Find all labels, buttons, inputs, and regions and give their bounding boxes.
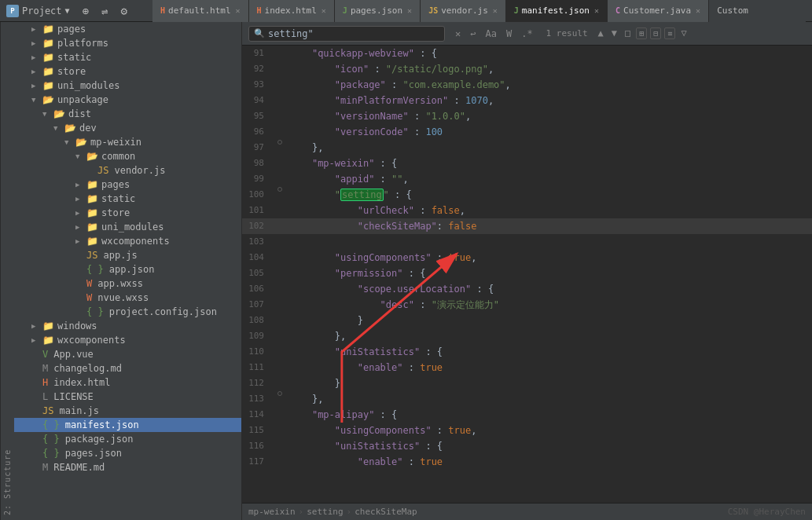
sidebar-item-app-vue[interactable]: V App.vue — [14, 347, 241, 361]
sidebar-item-store-sub[interactable]: ▶ 📁 store — [14, 206, 241, 220]
sidebar-item-license[interactable]: L LICENSE — [14, 390, 241, 404]
line-content-108: } — [286, 313, 812, 328]
line-content-112: } — [286, 375, 812, 391]
search-nav-btns: ▲ ▼ □ ⊞ ⊟ ≡ ▽ — [596, 27, 689, 39]
code-line-94: 94 "minPlatformVersion" : 1070, — [242, 93, 812, 108]
sidebar-item-project-config[interactable]: { } project.config.json — [14, 305, 241, 319]
close-search-btn[interactable]: ✕ — [453, 28, 463, 39]
code-line-106: 106 "scope.userLocation" : { — [242, 281, 812, 297]
sidebar-item-static[interactable]: ▶ 📁 static — [14, 50, 241, 64]
title-bar: P Project ▼ ⊕ ⇌ ⚙ H default.html ✕ H ind… — [0, 0, 812, 22]
sidebar-item-manifest-json[interactable]: { } manifest.json — [14, 418, 241, 432]
sidebar: ▶ 📁 pages ▶ 📁 platforms ▶ 📁 static ▶ 📁 s… — [14, 22, 242, 520]
tab-close-default-html[interactable]: ✕ — [236, 6, 241, 15]
code-line-103: 103 — [242, 234, 812, 250]
tab-close-customer-java[interactable]: ✕ — [696, 6, 700, 15]
code-line-102: 102 "checkSiteMap": false — [242, 218, 812, 234]
search-bar: 🔍 setting" ✕ ↩ Aa W .* 1 result ▲ ▼ □ ⊞ … — [242, 22, 812, 46]
sidebar-item-nvue-wxss[interactable]: W nvue.wxss — [14, 291, 241, 305]
sidebar-item-app-wxss[interactable]: W app.wxss — [14, 276, 241, 291]
line-number-91: 91 — [242, 46, 274, 61]
sidebar-label-app-json: app.json — [109, 264, 155, 275]
html-icon: H — [160, 6, 165, 15]
sidebar-item-package-json[interactable]: { } package.json — [14, 432, 241, 446]
code-line-114: 114 "mp-alipay" : { — [242, 407, 812, 423]
code-line-96: 96 "versionCode" : 100 — [242, 124, 812, 140]
sidebar-item-mp-weixin[interactable]: ▼ 📂 mp-weixin — [14, 135, 241, 149]
prev-result-btn[interactable]: ▲ — [596, 27, 606, 39]
sidebar-item-vendor-js[interactable]: JS vendor.js — [14, 163, 241, 178]
sidebar-item-windows[interactable]: ▶ 📁 windows — [14, 319, 241, 333]
line-number-96: 96 — [242, 124, 274, 140]
sidebar-item-unpackage[interactable]: ▼ 📂 unpackage — [14, 93, 241, 107]
tab-pages-json[interactable]: J pages.json ✕ — [335, 0, 421, 22]
folder-icon-uni-modules-sub: 📁 — [86, 222, 98, 233]
sidebar-item-main-js[interactable]: JS main.js — [14, 404, 241, 418]
sidebar-item-pages-sub[interactable]: ▶ 📁 pages — [14, 178, 241, 192]
sidebar-item-static-sub[interactable]: ▶ 📁 static — [14, 192, 241, 206]
line-number-94: 94 — [242, 93, 274, 108]
case-sensitive-btn[interactable]: Aa — [483, 28, 498, 39]
replace-toggle-btn[interactable]: ↩ — [468, 28, 478, 39]
sidebar-item-app-js[interactable]: JS app.js — [14, 248, 241, 262]
structure-tab[interactable]: 2: Structure — [0, 22, 14, 520]
sidebar-item-pages-json[interactable]: { } pages.json — [14, 446, 241, 460]
js-icon: JS — [428, 6, 438, 15]
tab-close-manifest-json[interactable]: ✕ — [594, 6, 599, 15]
tab-vendor-js[interactable]: JS vendor.js ✕ — [421, 0, 506, 22]
line-content-110: "uniStatistics" : { — [286, 344, 812, 360]
sidebar-item-platforms[interactable]: ▶ 📁 platforms — [14, 36, 241, 50]
sidebar-item-wxcomponents[interactable]: ▶ 📁 wxcomponents — [14, 234, 241, 248]
line-number-108: 108 — [242, 313, 274, 328]
line-content-92: "icon" : "/static/logo.png", — [286, 61, 812, 77]
sidebar-item-uni-modules[interactable]: ▶ 📁 uni_modules — [14, 79, 241, 93]
next-result-btn[interactable]: ▼ — [609, 27, 619, 39]
filter-btn-2[interactable]: ⊟ — [650, 27, 661, 39]
search-input-wrap[interactable]: 🔍 setting" — [248, 26, 445, 42]
tab-close-index-html[interactable]: ✕ — [321, 6, 326, 15]
code-editor[interactable]: 91 "quickapp-webview" : { 92 "icon" : "/… — [242, 46, 812, 503]
tab-custom[interactable]: Custom — [709, 0, 756, 22]
project-dropdown-icon[interactable]: ▼ — [65, 6, 70, 15]
tab-index-html[interactable]: H index.html ✕ — [249, 0, 335, 22]
tab-manifest-json[interactable]: J manifest.json ✕ — [506, 0, 608, 22]
search-actions: ✕ ↩ Aa W .* — [453, 28, 535, 39]
search-icon: 🔍 — [254, 28, 265, 38]
sidebar-item-readme[interactable]: M README.md — [14, 460, 241, 474]
sync-action-btn[interactable]: ⇌ — [98, 5, 111, 17]
filter-icon[interactable]: ▽ — [678, 27, 689, 39]
sidebar-item-wxcomponents-root[interactable]: ▶ 📁 wxcomponents — [14, 333, 241, 347]
expand-view-btn[interactable]: □ — [623, 27, 633, 39]
sidebar-item-store[interactable]: ▶ 📁 store — [14, 64, 241, 79]
tab-close-vendor-js[interactable]: ✕ — [493, 6, 498, 15]
sidebar-label-pages-json: pages.json — [65, 448, 122, 459]
add-action-btn[interactable]: ⊕ — [79, 5, 92, 17]
sidebar-item-common[interactable]: ▼ 📂 common — [14, 149, 241, 163]
filter-btn-3[interactable]: ≡ — [664, 27, 675, 39]
sidebar-item-uni-modules-sub[interactable]: ▶ 📁 uni_modules — [14, 220, 241, 234]
word-match-btn[interactable]: W — [504, 28, 514, 39]
json-icon-pages: { } — [42, 448, 60, 459]
sidebar-item-pages[interactable]: ▶ 📁 pages — [14, 22, 241, 36]
tab-default-html[interactable]: H default.html ✕ — [152, 0, 249, 22]
sidebar-label-manifest-json: manifest.json — [65, 419, 139, 430]
sidebar-item-changelog[interactable]: M changelog.md — [14, 361, 241, 375]
sidebar-item-dev[interactable]: ▼ 📂 dev — [14, 121, 241, 135]
sidebar-item-index-html[interactable]: H index.html — [14, 375, 241, 390]
settings-action-btn[interactable]: ⚙ — [117, 5, 130, 17]
sidebar-label-vendor-js: vendor.js — [114, 165, 165, 176]
filter-btn-1[interactable]: ⊞ — [636, 27, 647, 39]
html-icon-2: H — [257, 6, 262, 15]
sidebar-label-pages-sub: pages — [101, 179, 130, 190]
folder-icon-dist: 📂 — [53, 108, 65, 119]
regex-btn[interactable]: .* — [519, 28, 535, 39]
json-icon-manifest: { } — [42, 419, 60, 430]
tab-customer-java[interactable]: C Customer.java ✕ — [608, 0, 709, 22]
sidebar-label-uni-modules-sub: uni_modules — [101, 222, 164, 233]
sidebar-item-app-json[interactable]: { } app.json — [14, 262, 241, 276]
line-number-106: 106 — [242, 281, 274, 297]
sidebar-item-dist[interactable]: ▼ 📂 dist — [14, 107, 241, 121]
tab-close-pages-json[interactable]: ✕ — [407, 6, 412, 15]
json-icon: J — [343, 6, 347, 15]
folder-icon-static-sub: 📁 — [86, 193, 98, 204]
